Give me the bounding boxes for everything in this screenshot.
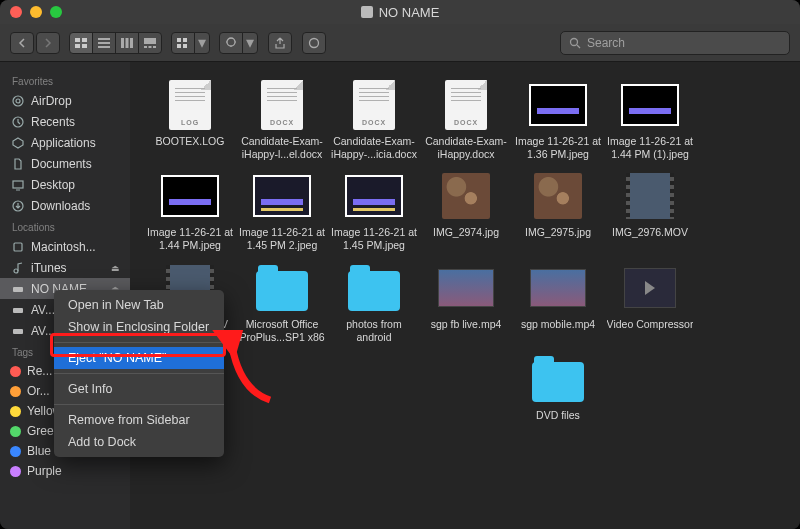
sidebar-item-downloads[interactable]: Downloads	[0, 195, 130, 216]
file-item[interactable]: DOCXCandidate-Exam-iHappy-l...el.docx	[236, 80, 328, 161]
tag-color-dot	[10, 466, 21, 477]
file-name: Image 11-26-21 at 1.44 PM (1).jpeg	[606, 135, 694, 161]
sidebar-item-airdrop[interactable]: AirDrop	[0, 90, 130, 111]
file-name: Image 11-26-21 at 1.44 PM.jpeg	[146, 226, 234, 252]
svg-line-21	[577, 45, 580, 48]
search-field[interactable]: Search	[560, 31, 790, 55]
svg-rect-4	[98, 38, 110, 40]
nav-buttons	[10, 32, 60, 54]
file-item[interactable]: Microsoft Office ProPlus...SP1 x86	[236, 263, 328, 344]
file-thumbnail	[620, 263, 680, 313]
sidebar-item-macintosh-[interactable]: Macintosh...	[0, 236, 130, 257]
tag-color-dot	[10, 366, 21, 377]
file-item[interactable]: IMG_2974.jpg	[420, 171, 512, 252]
context-menu-item[interactable]: Remove from Sidebar	[54, 409, 224, 431]
file-item[interactable]: Image 11-26-21 at 1.36 PM.jpeg	[512, 80, 604, 161]
file-item[interactable]: LOGBOOTEX.LOG	[144, 80, 236, 161]
file-item[interactable]: Image 11-26-21 at 1.45 PM.jpeg	[328, 171, 420, 252]
svg-point-22	[13, 96, 23, 106]
sidebar-item-label: Recents	[31, 115, 75, 129]
file-item[interactable]: photos from android	[328, 263, 420, 344]
sidebar-item-desktop[interactable]: Desktop	[0, 174, 130, 195]
arrange-button[interactable]	[171, 32, 195, 54]
sidebar-item-label: AV...	[31, 303, 55, 317]
svg-rect-16	[177, 44, 181, 48]
sidebar-item-itunes[interactable]: iTunes⏏	[0, 257, 130, 278]
file-item[interactable]: Image 11-26-21 at 1.44 PM.jpeg	[144, 171, 236, 252]
sidebar-item-label: AV...	[31, 324, 55, 338]
file-item[interactable]: DVD files	[512, 354, 604, 422]
column-view-button[interactable]	[115, 32, 139, 54]
sidebar-item-documents[interactable]: Documents	[0, 153, 130, 174]
icon-view-button[interactable]	[69, 32, 93, 54]
context-menu-separator	[54, 373, 224, 374]
file-item[interactable]: Image 11-26-21 at 1.45 PM 2.jpeg	[236, 171, 328, 252]
svg-rect-14	[177, 38, 181, 42]
file-name: Image 11-26-21 at 1.36 PM.jpeg	[514, 135, 602, 161]
file-thumbnail	[252, 263, 312, 313]
sidebar-item-label: iTunes	[31, 261, 67, 275]
context-menu-separator	[54, 342, 224, 343]
file-thumbnail	[344, 263, 404, 313]
file-item[interactable]: DOCXCandidate-Exam-iHappy.docx	[420, 80, 512, 161]
context-menu-item[interactable]: Get Info	[54, 378, 224, 400]
toolbar: ▾ ▾ Search	[0, 24, 800, 62]
sidebar-item-label: Or...	[27, 384, 50, 398]
file-thumbnail	[620, 80, 680, 130]
file-item[interactable]: IMG_2975.jpg	[512, 171, 604, 252]
sidebar-item-label: Purple	[27, 464, 62, 478]
file-name: Candidate-Exam-iHappy.docx	[422, 135, 510, 161]
tag-color-dot	[10, 406, 21, 417]
tags-button[interactable]	[302, 32, 326, 54]
airdrop-icon	[10, 93, 25, 108]
file-thumbnail	[528, 263, 588, 313]
context-menu-item[interactable]: Show in Enclosing Folder	[54, 316, 224, 338]
file-item[interactable]: Video Compressor	[604, 263, 696, 344]
context-menu-item[interactable]: Eject "NO NAME"	[54, 347, 224, 369]
sidebar-item-applications[interactable]: Applications	[0, 132, 130, 153]
forward-button[interactable]	[36, 32, 60, 54]
file-item[interactable]: sgp mobile.mp4	[512, 263, 604, 344]
file-name: photos from android	[330, 318, 418, 344]
svg-rect-0	[75, 38, 80, 42]
back-button[interactable]	[10, 32, 34, 54]
list-view-button[interactable]	[92, 32, 116, 54]
eject-icon[interactable]: ⏏	[111, 263, 120, 273]
context-menu-item[interactable]: Open in New Tab	[54, 294, 224, 316]
svg-rect-32	[13, 329, 23, 334]
file-name: DVD files	[536, 409, 580, 422]
search-placeholder: Search	[587, 36, 625, 50]
share-button[interactable]	[268, 32, 292, 54]
file-name: Candidate-Exam-iHappy-...icia.docx	[330, 135, 418, 161]
file-item[interactable]: IMG_2976.MOV	[604, 171, 696, 252]
file-grid[interactable]: LOGBOOTEX.LOGDOCXCandidate-Exam-iHappy-l…	[130, 62, 800, 529]
file-item[interactable]: DOCXCandidate-Exam-iHappy-...icia.docx	[328, 80, 420, 161]
sidebar-item-label: Downloads	[31, 199, 90, 213]
file-thumbnail	[160, 171, 220, 221]
svg-rect-28	[14, 243, 22, 251]
file-thumbnail: DOCX	[436, 80, 496, 130]
svg-rect-13	[153, 46, 156, 48]
context-menu-item[interactable]: Add to Dock	[54, 431, 224, 453]
sidebar-item-recents[interactable]: Recents	[0, 111, 130, 132]
arrange-menu-button[interactable]: ▾	[194, 32, 210, 54]
sidebar-tag-purple[interactable]: Purple	[0, 461, 130, 481]
window-title: NO NAME	[0, 5, 800, 20]
context-menu: Open in New TabShow in Enclosing FolderE…	[54, 290, 224, 457]
gallery-view-button[interactable]	[138, 32, 162, 54]
file-name: IMG_2974.jpg	[433, 226, 499, 239]
window-title-text: NO NAME	[379, 5, 440, 20]
tag-color-dot	[10, 386, 21, 397]
svg-rect-8	[126, 38, 129, 48]
drive-icon	[10, 302, 25, 317]
file-thumbnail	[528, 354, 588, 404]
file-thumbnail	[436, 263, 496, 313]
file-name: BOOTEX.LOG	[156, 135, 225, 148]
tag-color-dot	[10, 426, 21, 437]
file-item[interactable]: sgp fb live.mp4	[420, 263, 512, 344]
file-name: Candidate-Exam-iHappy-l...el.docx	[238, 135, 326, 161]
action-menu-button[interactable]: ▾	[242, 32, 258, 54]
file-item[interactable]: Image 11-26-21 at 1.44 PM (1).jpeg	[604, 80, 696, 161]
svg-rect-7	[121, 38, 124, 48]
action-button[interactable]	[219, 32, 243, 54]
